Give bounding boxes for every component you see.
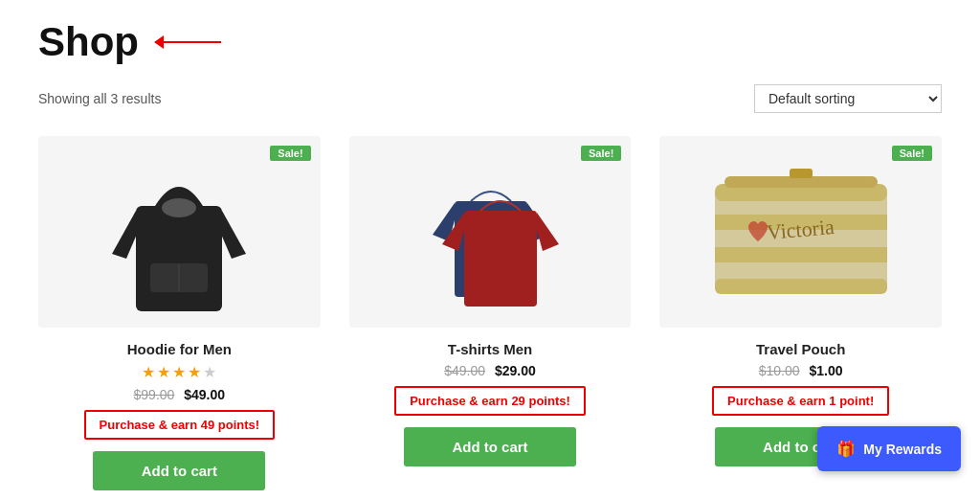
svg-rect-5 bbox=[464, 211, 537, 307]
my-rewards-label: My Rewards bbox=[863, 442, 942, 457]
sale-badge-tshirt: Sale! bbox=[581, 146, 621, 161]
product-name-pouch: Travel Pouch bbox=[756, 341, 845, 357]
star-1: ★ bbox=[142, 363, 155, 381]
add-to-cart-tshirt[interactable]: Add to cart bbox=[404, 427, 576, 466]
pouch-svg: Victoria bbox=[705, 155, 897, 308]
price-sale-hoodie: $49.00 bbox=[184, 387, 225, 402]
svg-rect-10 bbox=[715, 279, 887, 294]
arrow-indicator bbox=[154, 35, 221, 49]
page-title: Shop bbox=[38, 19, 139, 65]
price-original-pouch: $10.00 bbox=[759, 363, 800, 378]
product-image-pouch: Sale! Victoria bbox=[659, 136, 942, 328]
product-price-tshirt: $49.00 $29.00 bbox=[444, 363, 536, 378]
price-original-hoodie: $99.00 bbox=[134, 387, 175, 402]
arrow-head bbox=[154, 35, 164, 49]
product-card-tshirt: Sale! T-shirts Men bbox=[349, 136, 632, 490]
arrow-line bbox=[164, 41, 221, 43]
gift-icon: 🎁 bbox=[836, 440, 856, 458]
product-price-hoodie: $99.00 $49.00 bbox=[134, 387, 226, 402]
page-header: Shop bbox=[38, 19, 942, 65]
results-count: Showing all 3 results bbox=[38, 91, 161, 106]
sorting-select[interactable]: Default sortingSort by popularitySort by… bbox=[754, 84, 942, 113]
add-to-cart-hoodie[interactable]: Add to cart bbox=[93, 451, 265, 490]
star-2: ★ bbox=[157, 363, 170, 381]
product-image-hoodie: Sale! bbox=[38, 136, 321, 328]
earn-points-tshirt: Purchase & earn 29 points! bbox=[394, 386, 586, 416]
product-name-hoodie: Hoodie for Men bbox=[127, 341, 232, 357]
my-rewards-button[interactable]: 🎁 My Rewards bbox=[817, 426, 961, 471]
svg-rect-9 bbox=[715, 247, 887, 262]
toolbar: Showing all 3 results Default sortingSor… bbox=[38, 84, 942, 113]
hoodie-svg bbox=[107, 148, 251, 316]
star-5: ★ bbox=[203, 363, 216, 381]
price-sale-tshirt: $29.00 bbox=[495, 363, 536, 378]
product-card-hoodie: Sale! Hoodie for Men ★ ★ bbox=[38, 136, 321, 490]
svg-point-1 bbox=[162, 198, 196, 217]
earn-points-hoodie: Purchase & earn 49 points! bbox=[84, 410, 276, 440]
price-sale-pouch: $1.00 bbox=[809, 363, 842, 378]
tshirt-svg bbox=[413, 148, 567, 316]
products-grid: Sale! Hoodie for Men ★ ★ bbox=[38, 136, 942, 490]
product-rating-hoodie: ★ ★ ★ ★ ★ bbox=[142, 363, 216, 381]
svg-rect-12 bbox=[790, 169, 813, 178]
product-price-pouch: $10.00 $1.00 bbox=[759, 363, 843, 378]
star-3: ★ bbox=[172, 363, 186, 381]
svg-rect-0 bbox=[136, 206, 222, 311]
sale-badge-pouch: Sale! bbox=[892, 146, 932, 161]
price-original-tshirt: $49.00 bbox=[444, 363, 485, 378]
earn-points-pouch: Purchase & earn 1 point! bbox=[712, 386, 889, 416]
star-4: ★ bbox=[188, 363, 201, 381]
product-name-tshirt: T-shirts Men bbox=[448, 341, 532, 357]
sale-badge-hoodie: Sale! bbox=[270, 146, 310, 161]
product-image-tshirt: Sale! bbox=[349, 136, 632, 328]
